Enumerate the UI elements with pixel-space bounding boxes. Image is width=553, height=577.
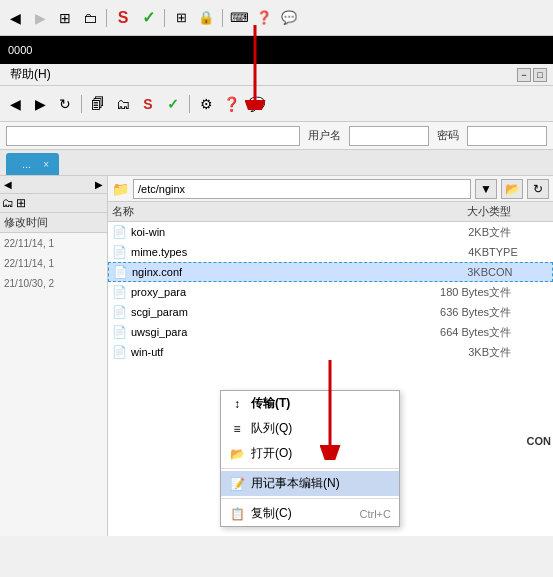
banner-text: 0000 [8, 44, 32, 56]
back-icon[interactable]: ◀ [4, 7, 26, 29]
folder-icon[interactable]: 🗀 [79, 7, 101, 29]
password-input[interactable] [467, 126, 547, 146]
copy2-icon[interactable]: 🗐 [87, 93, 109, 115]
left-icon2[interactable]: ⊞ [16, 196, 26, 210]
left-panel-header: ◀ ▶ [0, 176, 107, 194]
top-toolbar: ◀ ▶ ⊞ 🗀 S ✓ ⊞ 🔒 ⌨ ❓ 💬 [0, 0, 553, 36]
context-item-copy[interactable]: 📋 复制(C) Ctrl+C [221, 501, 399, 526]
file-size-6: 3KB [419, 346, 489, 358]
chat2-icon[interactable]: 💬 [245, 93, 267, 115]
home-icon[interactable]: ⊞ [54, 7, 76, 29]
file-size-0: 2KB [419, 226, 489, 238]
file-row-3[interactable]: 📄 proxy_para 180 Bytes 文件 [108, 282, 553, 302]
path-input[interactable] [133, 179, 471, 199]
left-date-0: 22/11/14, 1 [4, 238, 54, 249]
file-icon-1: 📄 [112, 245, 127, 259]
sep3 [222, 9, 223, 27]
left-item-2: 21/10/30, 2 [0, 273, 107, 293]
lock-icon[interactable]: 🔒 [195, 7, 217, 29]
tab-label: ... [16, 157, 37, 171]
file-icon-3: 📄 [112, 285, 127, 299]
file-name-3: proxy_para [131, 286, 419, 298]
path-refresh[interactable]: ↻ [527, 179, 549, 199]
file-row-0[interactable]: 📄 koi-win 2KB 文件 [108, 222, 553, 242]
col-header-name: 名称 [112, 204, 419, 219]
forward-icon[interactable]: ▶ [29, 7, 51, 29]
file-type-1: TYPE [489, 246, 549, 258]
help2-icon[interactable]: ❓ [220, 93, 242, 115]
tab-close-button[interactable]: × [43, 159, 49, 170]
context-item-notepad[interactable]: 📝 用记事本编辑(N) [221, 471, 399, 496]
help-icon[interactable]: ❓ [253, 7, 275, 29]
context-sep2 [221, 498, 399, 499]
maximize-button[interactable]: □ [533, 68, 547, 82]
grid-icon1[interactable]: ⊞ [170, 7, 192, 29]
left-nav-prev[interactable]: ◀ [4, 179, 12, 190]
file-size-2: 3KB [418, 266, 488, 278]
username-input[interactable] [349, 126, 429, 146]
copy-icon: 📋 [229, 506, 245, 522]
minimize-button[interactable]: − [517, 68, 531, 82]
v-icon-green[interactable]: ✓ [137, 7, 159, 29]
context-menu: ↕ 传输(T) ≡ 队列(Q) 📂 打开(O) 📝 用记事本编辑(N) 📋 复制… [220, 390, 400, 527]
left-date-2: 21/10/30, 2 [4, 278, 54, 289]
menu-bar: 帮助(H) [0, 64, 553, 86]
win-controls: − □ [517, 68, 547, 82]
context-label-open: 打开(O) [251, 445, 292, 462]
file-icon-5: 📄 [112, 325, 127, 339]
nav-refresh[interactable]: ↻ [54, 93, 76, 115]
keyboard-icon[interactable]: ⌨ [228, 7, 250, 29]
menu-help[interactable]: 帮助(H) [6, 65, 55, 84]
left-item-0: 22/11/14, 1 [0, 233, 107, 253]
file-row-5[interactable]: 📄 uwsgi_para 664 Bytes 文件 [108, 322, 553, 342]
username-label: 用户名 [304, 128, 345, 143]
con-badge: CON [527, 435, 551, 447]
file-name-0: koi-win [131, 226, 419, 238]
v2-icon[interactable]: ✓ [162, 93, 184, 115]
file-size-1: 4KB [419, 246, 489, 258]
left-icon1[interactable]: 🗂 [2, 196, 14, 210]
s-icon-red[interactable]: S [112, 7, 134, 29]
notepad-icon: 📝 [229, 476, 245, 492]
file-name-4: scgi_param [131, 306, 419, 318]
file-type-6: 文件 [489, 345, 549, 360]
copy-shortcut: Ctrl+C [360, 508, 391, 520]
move-icon[interactable]: 🗂 [112, 93, 134, 115]
col-headers: 名称 大小 类型 [108, 202, 553, 222]
tab-main[interactable]: ... × [6, 153, 59, 175]
file-icon-0: 📄 [112, 225, 127, 239]
file-icon-6: 📄 [112, 345, 127, 359]
file-icon-4: 📄 [112, 305, 127, 319]
file-row-4[interactable]: 📄 scgi_param 636 Bytes 文件 [108, 302, 553, 322]
path-dropdown[interactable]: ▼ [475, 179, 497, 199]
address-input[interactable] [6, 126, 300, 146]
context-item-open[interactable]: 📂 打开(O) [221, 441, 399, 466]
queue-icon: ≡ [229, 421, 245, 437]
folder-open-icon: 📁 [112, 181, 129, 197]
file-row-1[interactable]: 📄 mime.types 4KB TYPE [108, 242, 553, 262]
file-icon-2: 📄 [113, 265, 128, 279]
path-open[interactable]: 📂 [501, 179, 523, 199]
file-type-2: CON [488, 266, 548, 278]
s2-icon[interactable]: S [137, 93, 159, 115]
file-row-2[interactable]: 📄 nginx.conf 3KB CON [108, 262, 553, 282]
file-name-6: win-utf [131, 346, 419, 358]
path-bar: 📁 ▼ 📂 ↻ [108, 176, 553, 202]
open-icon: 📂 [229, 446, 245, 462]
file-name-5: uwsgi_para [131, 326, 419, 338]
gear-icon[interactable]: ⚙ [195, 93, 217, 115]
file-size-3: 180 Bytes [419, 286, 489, 298]
second-toolbar: ◀ ▶ ↻ 🗐 🗂 S ✓ ⚙ ❓ 💬 [0, 86, 553, 122]
context-item-transfer[interactable]: ↕ 传输(T) [221, 391, 399, 416]
nav-forward[interactable]: ▶ [29, 93, 51, 115]
left-nav-next[interactable]: ▶ [95, 179, 103, 190]
context-label-transfer: 传输(T) [251, 395, 290, 412]
chat-icon[interactable]: 💬 [278, 7, 300, 29]
nav-buttons: ◀ ▶ ↻ 🗐 🗂 S ✓ ⚙ ❓ 💬 [4, 93, 267, 115]
col-header-type: 类型 [489, 204, 549, 219]
tab-bar: ... × [0, 150, 553, 176]
context-item-queue[interactable]: ≡ 队列(Q) [221, 416, 399, 441]
nav-back[interactable]: ◀ [4, 93, 26, 115]
file-row-6[interactable]: 📄 win-utf 3KB 文件 [108, 342, 553, 362]
sep2 [164, 9, 165, 27]
